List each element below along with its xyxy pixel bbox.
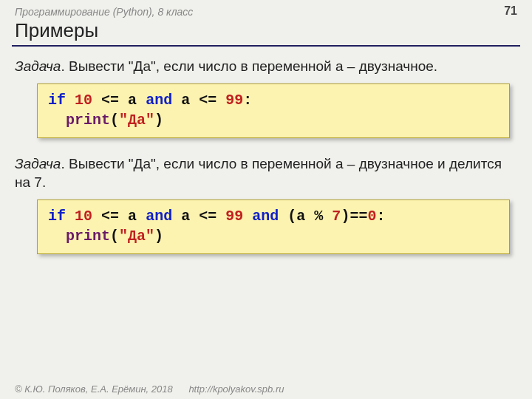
- paren-open: (: [287, 208, 296, 225]
- page-number: 71: [504, 4, 517, 18]
- paren-close: ): [154, 228, 163, 245]
- string-da: "Да": [119, 228, 154, 245]
- paren-close: ): [341, 208, 349, 225]
- var-a: a: [128, 208, 137, 225]
- task-1: Задача. Вывести "Да", если число в перем…: [15, 57, 517, 76]
- slide-content: Задача. Вывести "Да", если число в перем…: [0, 47, 532, 254]
- task-text: . Вывести "Да", если число в переменной …: [15, 156, 502, 191]
- keyword-if: if: [48, 92, 66, 109]
- op-le: <=: [101, 208, 119, 225]
- code-block-2: if 10 <= a and a <= 99 and (a % 7)==0: p…: [37, 200, 510, 254]
- keyword-and: and: [252, 208, 279, 225]
- literal-10: 10: [75, 92, 92, 109]
- slide-footer: © К.Ю. Поляков, Е.А. Ерёмин, 2018 http:/…: [0, 383, 532, 395]
- op-le: <=: [199, 208, 216, 225]
- paren-close: ): [154, 112, 163, 129]
- var-a: a: [181, 92, 190, 109]
- var-a: a: [128, 92, 137, 109]
- paren-open: (: [110, 112, 119, 129]
- fn-print: print: [66, 228, 110, 245]
- literal-7: 7: [332, 208, 341, 225]
- op-le: <=: [101, 92, 119, 109]
- task-2: Задача. Вывести "Да", если число в перем…: [15, 154, 517, 192]
- footer-url: http://kpolyakov.spb.ru: [188, 383, 284, 395]
- slide-title: Примеры: [0, 18, 532, 45]
- literal-99: 99: [225, 208, 243, 225]
- colon: :: [243, 92, 252, 109]
- fn-print: print: [66, 112, 110, 129]
- literal-99: 99: [225, 92, 243, 109]
- var-a: a: [296, 208, 305, 225]
- var-a: a: [181, 208, 190, 225]
- indent: [48, 228, 66, 245]
- slide-header: Программирование (Python), 8 класс 71: [0, 0, 532, 18]
- op-mod: %: [314, 208, 323, 225]
- indent: [48, 112, 66, 129]
- course-name: Программирование (Python), 8 класс: [15, 6, 193, 18]
- copyright: © К.Ю. Поляков, Е.А. Ерёмин, 2018: [15, 383, 173, 395]
- task-text: . Вывести "Да", если число в переменной …: [61, 58, 437, 74]
- op-eq: ==: [349, 208, 367, 225]
- task-label: Задача: [15, 156, 61, 171]
- keyword-and: and: [146, 208, 172, 225]
- op-le: <=: [199, 92, 216, 109]
- keyword-and: and: [146, 92, 172, 109]
- colon: :: [376, 208, 385, 225]
- code-block-1: if 10 <= a and a <= 99: print("Да"): [37, 83, 510, 138]
- paren-open: (: [110, 228, 119, 245]
- string-da: "Да": [119, 112, 154, 129]
- keyword-if: if: [48, 208, 66, 225]
- literal-10: 10: [75, 208, 92, 225]
- task-label: Задача: [15, 58, 61, 74]
- literal-0: 0: [367, 208, 376, 225]
